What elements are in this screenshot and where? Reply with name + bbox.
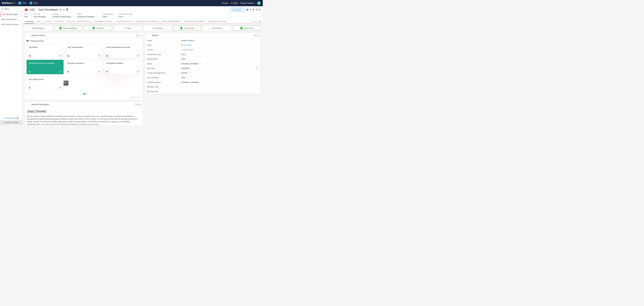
privacy-link[interactable]: Privacy	[222, 2, 228, 4]
pin-icon[interactable]	[252, 9, 254, 11]
stage-pill[interactable]: 3rd Interview	[203, 26, 231, 31]
prompt-card[interactable]: Job Categorization	[65, 44, 102, 58]
svg-point-35	[99, 55, 99, 55]
svg-point-39	[99, 56, 99, 56]
chevron-down-icon	[187, 54, 188, 55]
avatar[interactable]: AC	[257, 1, 260, 5]
sliders-icon[interactable]	[98, 55, 100, 57]
print-icon[interactable]	[246, 9, 248, 11]
svg-point-60	[137, 71, 138, 71]
next-page-icon[interactable]: ›	[140, 92, 141, 96]
record-tab[interactable]: FILES (2)	[66, 20, 74, 24]
drag-handle-icon[interactable]: ⋮⋮	[26, 103, 30, 106]
detail-row: Location RequirementsOff-Site	[145, 71, 260, 75]
svg-point-56	[100, 72, 100, 72]
sliders-icon[interactable]	[137, 55, 139, 57]
parse-resume-link[interactable]: Parse Resume	[0, 116, 22, 120]
svg-point-50	[61, 72, 61, 72]
stage-pill[interactable]: 2Shortlists	[84, 26, 112, 31]
sidebar-tab[interactable]: 418 | Java Developer	[0, 12, 22, 17]
svg-point-44	[138, 56, 138, 56]
sliders-icon[interactable]	[60, 87, 62, 89]
sidebar-tab[interactable]: 5300 | Sarah Sparks	[0, 17, 22, 22]
record-tab[interactable]: OVERVIEW	[24, 20, 34, 24]
record-tab[interactable]: ASSIGNMENT INVOICE	[94, 20, 113, 24]
find-button[interactable]: Find	[18, 2, 26, 5]
menu-button[interactable]: Menu	[0, 6, 22, 12]
close-icon[interactable]	[258, 9, 260, 11]
help-link[interactable]: Help	[231, 2, 238, 4]
close-all-tabs-button[interactable]: CLOSE ALL TABS	[0, 120, 22, 125]
briefcase-icon	[106, 55, 108, 57]
record-tab[interactable]: ACTIVITY	[44, 20, 52, 24]
check-icon	[180, 27, 183, 30]
close-panel-icon[interactable]	[257, 35, 259, 37]
record-tab[interactable]: CLIENT REQUIREMENT	[162, 20, 181, 24]
status-dot-icon	[181, 45, 182, 46]
document-person-icon	[16, 117, 18, 119]
record-tab[interactable]: WORKFLOW STAGING	[208, 20, 226, 24]
google-icon[interactable]: G	[60, 9, 62, 11]
refresh-icon[interactable]	[256, 9, 258, 11]
choose-prompt-heading: Choose prompt	[30, 40, 44, 42]
detail-row: Max Pay Rate	[145, 89, 260, 94]
refresh-icon[interactable]	[136, 104, 138, 105]
stage-pill[interactable]: CV Sent	[114, 26, 142, 31]
prompt-card[interactable]: Key selling points	[26, 76, 64, 90]
add-button[interactable]: Add	[29, 2, 38, 5]
detail-row: ContactSarah Sparks	[145, 48, 260, 52]
chevron-down-icon	[242, 9, 243, 10]
detail-row: Employment TypePerm	[145, 52, 260, 57]
svg-line-1	[20, 3, 20, 4]
prompt-card[interactable]: Candidate suitability	[104, 60, 141, 74]
svg-rect-33	[68, 55, 69, 56]
record-tab[interactable]: SHORTLISTS (2)	[77, 20, 91, 24]
record-tab[interactable]: PUBLISHED DOCUMENTS	[184, 20, 205, 24]
prompt-card[interactable]: Social Media Advert (emojis)	[104, 44, 141, 58]
refresh-icon[interactable]	[136, 35, 138, 37]
actions-button[interactable]: ACTIONS	[230, 8, 245, 12]
prompt-card[interactable]: Candidate Summary (multiple)	[26, 60, 64, 74]
drag-handle-icon[interactable]: ⋮⋮	[26, 34, 30, 37]
prev-page-icon[interactable]: ‹	[26, 92, 28, 96]
prompt-card[interactable]: Interview questions	[65, 60, 102, 74]
layout-button[interactable]: LAYOUT	[252, 20, 260, 24]
record-tab[interactable]: WORKFLOW STAGING BULK	[135, 20, 158, 24]
expand-icon[interactable]	[134, 104, 136, 105]
drag-handle-icon[interactable]: ⋮⋮	[147, 34, 151, 37]
stage-pill[interactable]: 2nd Interview	[173, 26, 201, 31]
sidebar-tab[interactable]: 5301 | Amaya Johnson	[0, 22, 22, 27]
location-pin-icon[interactable]	[66, 9, 68, 11]
stage-pill[interactable]: Web Response	[24, 26, 52, 31]
bull-icon	[13, 2, 16, 4]
user-menu[interactable]: Amaya Capracci	[240, 2, 254, 4]
pagination-dots	[82, 93, 86, 94]
sliders-icon[interactable]	[98, 71, 100, 73]
record-tab[interactable]: EDIT	[37, 20, 41, 24]
clear-icon[interactable]	[256, 68, 258, 69]
svg-point-62	[138, 72, 138, 72]
svg-point-30	[61, 56, 61, 56]
description-body: We are seeking a highly skilled and moti…	[27, 115, 141, 125]
refresh-icon[interactable]	[254, 35, 256, 37]
stage-pill[interactable]: 2Online Application	[54, 26, 82, 31]
stage-pill[interactable]: 1st Interview	[144, 26, 172, 31]
close-panel-icon[interactable]	[139, 35, 141, 37]
kyloe-ai-assist-panel: ⋮⋮ Kyloe AI Assist Choose prompt	[24, 33, 143, 100]
sliders-icon[interactable]	[60, 71, 62, 73]
panel-title: Kyloe AI Assist	[31, 34, 45, 37]
stage-count-badge: 2	[92, 27, 95, 30]
stage-count-badge: 3	[240, 27, 243, 30]
sliders-icon[interactable]	[60, 55, 62, 57]
prompt-card[interactable]: Job Advert	[26, 44, 64, 58]
svg-rect-20	[259, 22, 260, 22]
close-panel-icon[interactable]	[139, 104, 141, 105]
sliders-icon[interactable]	[137, 71, 139, 73]
record-tab[interactable]: KYLOE WORKFLOW	[116, 20, 132, 24]
link-icon[interactable]	[250, 9, 252, 11]
help-icon	[231, 2, 233, 4]
record-tab[interactable]: NOTES (0)	[55, 20, 64, 24]
linkedin-icon[interactable]: in	[63, 9, 65, 11]
details-panel: ⋮⋮ Details OwnerAmaya CapracciClientSpar…	[145, 33, 261, 94]
stage-pill[interactable]: 3Placements	[233, 26, 261, 31]
